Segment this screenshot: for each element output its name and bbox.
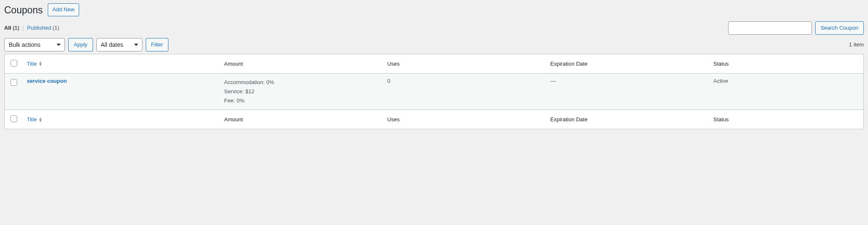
col-title-label: Title [27, 61, 37, 67]
sort-icon: ▲▼ [39, 117, 42, 122]
page-title: Coupons [4, 4, 43, 16]
coupon-amount: Accommodation: 0% Service: $12 Fee: 0% [220, 73, 383, 110]
filter-all-count: (1) [13, 25, 19, 31]
date-filter-select[interactable]: All dates [96, 38, 142, 51]
sort-title-footer[interactable]: Title ▲▼ [27, 116, 42, 123]
table-row: service coupon Accommodation: 0% Service… [5, 73, 864, 110]
select-all-checkbox-top[interactable] [10, 60, 17, 66]
filter-published[interactable]: Published (1) [27, 25, 59, 31]
item-count: 1 item [849, 41, 864, 48]
row-checkbox[interactable] [10, 79, 17, 86]
coupon-expiration: — [546, 73, 709, 110]
apply-button[interactable]: Apply [68, 38, 93, 51]
filter-button[interactable]: Filter [146, 38, 169, 51]
col-status: Status [709, 54, 864, 73]
select-all-checkbox-bottom[interactable] [10, 115, 17, 122]
filter-published-count: (1) [53, 25, 59, 31]
search-button[interactable]: Search Coupon [815, 21, 864, 35]
amount-line-fee: Fee: 0% [224, 96, 379, 105]
coupon-title-link[interactable]: service coupon [27, 78, 67, 84]
coupon-uses: 0 [383, 73, 546, 110]
coupons-table: Title ▲▼ Amount Uses Expiration Date Sta… [4, 54, 864, 129]
col-amount-footer: Amount [220, 110, 383, 129]
filter-published-label: Published [27, 25, 51, 31]
filter-all-label: All [4, 25, 11, 31]
col-title-label-footer: Title [27, 116, 37, 123]
col-status-footer: Status [709, 110, 864, 129]
status-filter-links: All (1) | Published (1) [4, 25, 59, 31]
sort-icon: ▲▼ [39, 61, 42, 66]
sort-title[interactable]: Title ▲▼ [27, 61, 42, 67]
separator: | [21, 25, 26, 31]
search-input[interactable] [728, 21, 812, 35]
amount-line-accommodation: Accommodation: 0% [224, 78, 379, 87]
col-amount: Amount [220, 54, 383, 73]
add-new-button[interactable]: Add New [48, 3, 79, 16]
col-uses: Uses [383, 54, 546, 73]
bulk-actions-select[interactable]: Bulk actions [4, 38, 65, 51]
col-uses-footer: Uses [383, 110, 546, 129]
col-expiration: Expiration Date [546, 54, 709, 73]
col-expiration-footer: Expiration Date [546, 110, 709, 129]
coupon-status: Active [709, 73, 864, 110]
amount-line-service: Service: $12 [224, 87, 379, 96]
filter-all[interactable]: All (1) [4, 25, 21, 31]
